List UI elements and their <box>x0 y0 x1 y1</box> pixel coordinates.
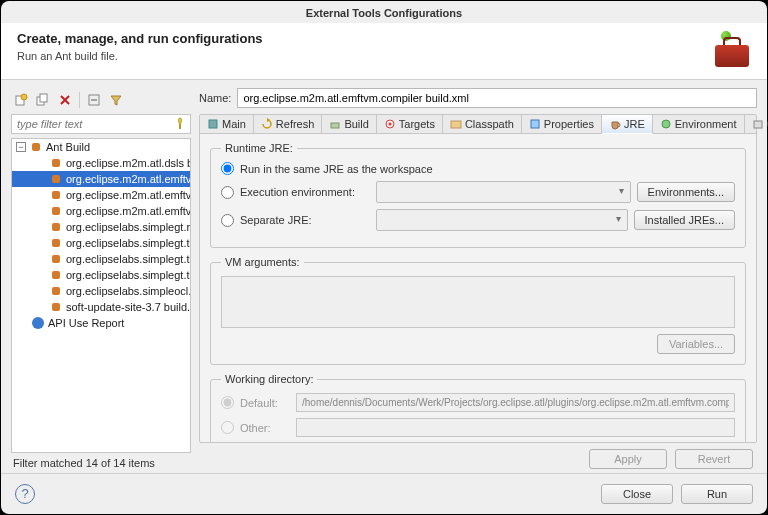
tab-label: Refresh <box>276 118 315 130</box>
installed-jres-button[interactable]: Installed JREs... <box>634 210 735 230</box>
tab-common[interactable]: Common <box>745 115 768 133</box>
tab-label: Properties <box>544 118 594 130</box>
working-dir-group: Working directory: Default: Other: <box>210 373 746 442</box>
main-tab-icon <box>207 118 219 130</box>
ant-icon <box>30 141 42 153</box>
apply-button: Apply <box>589 449 667 469</box>
common-tab-icon <box>752 118 764 130</box>
svg-rect-3 <box>40 94 47 102</box>
svg-point-9 <box>388 123 391 126</box>
radio-exec-env-label: Execution environment: <box>240 186 370 198</box>
left-pane: − Ant Build org.eclipse.m2m.atl.dsls bor… <box>11 88 191 469</box>
ant-icon <box>50 221 62 233</box>
tab-jre[interactable]: JRE <box>602 115 653 134</box>
tab-refresh[interactable]: Refresh <box>254 115 323 133</box>
close-button[interactable]: Close <box>601 484 673 504</box>
ant-icon <box>50 189 62 201</box>
tab-classpath[interactable]: Classpath <box>443 115 522 133</box>
ant-icon <box>50 157 62 169</box>
tree-item-label: org.eclipse.m2m.atl.emftvm <box>66 205 191 217</box>
tab-label: Environment <box>675 118 737 130</box>
svg-point-1 <box>21 94 27 100</box>
tree-item[interactable]: org.eclipse.m2m.atl.dsls b <box>12 155 190 171</box>
tree-item-label: org.eclipse.m2m.atl.emftvm <box>66 189 191 201</box>
exec-env-combo[interactable] <box>376 181 631 203</box>
tab-jre-content: Runtime JRE: Run in the same JRE as the … <box>200 134 756 442</box>
svg-point-12 <box>662 120 670 128</box>
tree-item[interactable]: org.eclipselabs.simpleocl.r <box>12 283 190 299</box>
tree-item-label: soft-update-site-3.7 build. <box>66 301 190 313</box>
vm-args-group: VM arguments: Variables... <box>210 256 746 365</box>
revert-button: Revert <box>675 449 753 469</box>
duplicate-config-button[interactable] <box>33 90 53 110</box>
filter-button[interactable] <box>106 90 126 110</box>
tree-item[interactable]: org.eclipselabs.simplegt.te <box>12 251 190 267</box>
config-tree[interactable]: − Ant Build org.eclipse.m2m.atl.dsls bor… <box>11 138 191 453</box>
radio-workspace-label: Run in the same JRE as the workspace <box>240 163 433 175</box>
runtime-jre-group: Runtime JRE: Run in the same JRE as the … <box>210 142 746 248</box>
tab-environment[interactable]: Environment <box>653 115 745 133</box>
tree-item-label: org.eclipselabs.simplegt.te <box>66 253 191 265</box>
right-pane: Name: MainRefreshBuildTargetsClasspathPr… <box>199 88 757 469</box>
refresh-tab-icon <box>261 118 273 130</box>
tab-label: Classpath <box>465 118 514 130</box>
delete-config-button[interactable] <box>55 90 75 110</box>
tree-item[interactable]: org.eclipse.m2m.atl.emftvm <box>12 203 190 219</box>
build-tab-icon <box>329 118 341 130</box>
tree-item[interactable]: org.eclipselabs.simplegt.te <box>12 235 190 251</box>
filter-input[interactable] <box>12 115 172 133</box>
radio-wd-other <box>221 421 234 434</box>
collapse-all-button[interactable] <box>84 90 104 110</box>
vm-args-textarea <box>221 276 735 328</box>
tree-item[interactable]: org.eclipse.m2m.atl.emftvm <box>12 187 190 203</box>
properties-tab-icon <box>529 118 541 130</box>
working-dir-legend: Working directory: <box>221 373 317 385</box>
config-toolbar <box>11 88 191 114</box>
svg-rect-7 <box>331 123 339 128</box>
tree-root-ant-build[interactable]: − Ant Build <box>12 139 190 155</box>
wd-default-path <box>296 393 735 412</box>
tree-item-label: org.eclipselabs.simplegt.te <box>66 237 191 249</box>
tabs-container: MainRefreshBuildTargetsClasspathProperti… <box>199 114 757 443</box>
new-config-button[interactable] <box>11 90 31 110</box>
tab-label: Build <box>344 118 368 130</box>
tab-label: JRE <box>624 118 645 130</box>
tab-main[interactable]: Main <box>200 115 254 133</box>
environments-button[interactable]: Environments... <box>637 182 735 202</box>
environment-tab-icon <box>660 118 672 130</box>
tree-item[interactable]: org.eclipselabs.simplegt.te <box>12 267 190 283</box>
radio-wd-default-label: Default: <box>240 397 290 409</box>
tab-build[interactable]: Build <box>322 115 376 133</box>
run-button[interactable]: Run <box>681 484 753 504</box>
radio-exec-env[interactable] <box>221 186 234 199</box>
radio-separate-label: Separate JRE: <box>240 214 370 226</box>
jre-tab-icon <box>609 118 621 130</box>
tree-item[interactable]: soft-update-site-3.7 build. <box>12 299 190 315</box>
tab-targets[interactable]: Targets <box>377 115 443 133</box>
expander-icon[interactable]: − <box>16 142 26 152</box>
ant-icon <box>50 237 62 249</box>
filter-box <box>11 114 191 134</box>
name-input[interactable] <box>237 88 757 108</box>
runtime-jre-legend: Runtime JRE: <box>221 142 297 154</box>
radio-wd-default <box>221 396 234 409</box>
tree-item[interactable]: org.eclipselabs.simplegt.re <box>12 219 190 235</box>
dialog-title: External Tools Configurations <box>1 1 767 23</box>
radio-separate-jre[interactable] <box>221 214 234 227</box>
separate-jre-combo[interactable] <box>376 209 628 231</box>
ant-icon <box>50 269 62 281</box>
vm-args-legend: VM arguments: <box>221 256 304 268</box>
tree-leaf-api-report[interactable]: API Use Report <box>12 315 190 331</box>
targets-tab-icon <box>384 118 396 130</box>
tab-properties[interactable]: Properties <box>522 115 602 133</box>
clear-filter-icon[interactable] <box>172 116 188 132</box>
help-button[interactable]: ? <box>15 484 35 504</box>
radio-wd-other-label: Other: <box>240 422 290 434</box>
header-sub: Run an Ant build file. <box>17 50 263 62</box>
tree-item-label: org.eclipse.m2m.atl.emftvm <box>66 173 191 185</box>
tree-item-label: org.eclipselabs.simplegt.te <box>66 269 191 281</box>
variables-button: Variables... <box>657 334 735 354</box>
radio-workspace-jre[interactable] <box>221 162 234 175</box>
tree-item-label: org.eclipse.m2m.atl.dsls b <box>66 157 191 169</box>
tree-item[interactable]: org.eclipse.m2m.atl.emftvm <box>12 171 190 187</box>
